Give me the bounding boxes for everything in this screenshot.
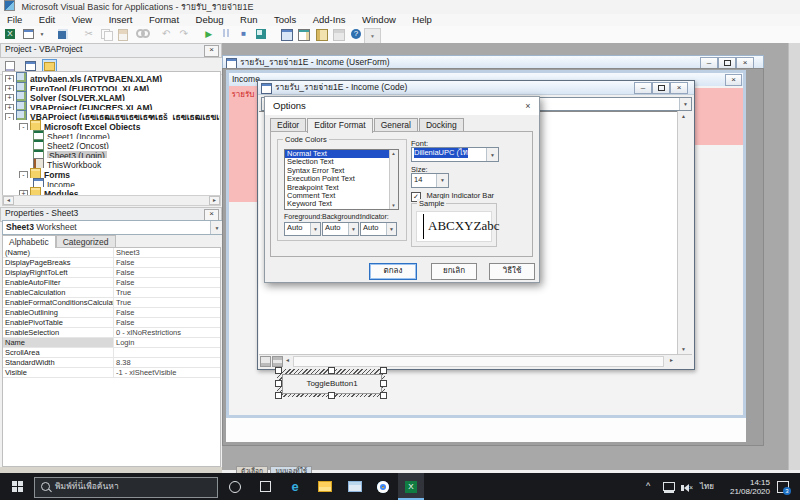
menu-addins[interactable]: Add-Ins: [306, 14, 353, 26]
combo-arrow-icon[interactable]: ▼: [436, 174, 448, 187]
tree-item-excel-objects[interactable]: -Microsoft Excel Objects: [3, 120, 220, 130]
copy-icon[interactable]: [99, 27, 114, 41]
object-browser-icon[interactable]: [314, 27, 329, 41]
code-hscrollbar[interactable]: [293, 356, 664, 367]
design-mode-icon[interactable]: [254, 27, 269, 41]
view-object-icon[interactable]: [21, 27, 36, 41]
resize-handle[interactable]: [380, 380, 387, 387]
menu-format[interactable]: Format: [142, 14, 186, 26]
undo-icon[interactable]: ↶: [159, 27, 174, 41]
menu-insert[interactable]: Insert: [102, 14, 140, 26]
property-row[interactable]: DisplayRightToLeftFalse: [3, 268, 220, 278]
togglebutton-selection-frame[interactable]: ToggleButton1: [277, 369, 385, 397]
background-combo[interactable]: Auto▼: [322, 222, 359, 236]
property-row[interactable]: EnableCalculationTrue: [3, 288, 220, 298]
help-icon[interactable]: ?: [349, 27, 364, 41]
resize-handle[interactable]: [380, 392, 387, 399]
properties-window-icon[interactable]: [296, 27, 311, 41]
menu-debug[interactable]: Debug: [189, 14, 231, 26]
menu-window[interactable]: Window: [355, 14, 403, 26]
expander-icon[interactable]: -: [19, 171, 28, 178]
list-scrollbar[interactable]: ▲ ▼: [389, 150, 398, 209]
menu-tools[interactable]: Tools: [267, 14, 303, 26]
property-row[interactable]: EnableAutoFilterFalse: [3, 278, 220, 288]
tree-item-sheet1[interactable]: Sheet1 (Income): [3, 130, 220, 140]
indicator-combo[interactable]: Auto▼: [360, 222, 397, 236]
combo-arrow-icon[interactable]: ▼: [348, 223, 358, 235]
redo-icon[interactable]: ↷: [176, 27, 191, 41]
cancel-button[interactable]: ยกเลิก: [431, 263, 477, 280]
tree-item-atpvbaen[interactable]: +atpvbaen.xls (ATPVBAEN.XLAM): [3, 72, 220, 82]
break-icon[interactable]: [219, 27, 234, 41]
scroll-left-icon[interactable]: ◄: [285, 357, 290, 363]
tree-item-sheet3[interactable]: Sheet3 (Login): [3, 149, 220, 159]
menu-help[interactable]: Help: [405, 14, 439, 26]
property-row-name-selected[interactable]: NameLogin: [3, 338, 220, 348]
property-row[interactable]: DisplayPageBreaksFalse: [3, 258, 220, 268]
property-row[interactable]: EnableSelection0 - xlNoRestrictions: [3, 328, 220, 338]
expander-icon[interactable]: -: [19, 123, 28, 130]
project-panel-close-icon[interactable]: ×: [204, 45, 219, 57]
tab-general[interactable]: General: [374, 118, 418, 132]
scroll-left-icon[interactable]: ◄: [3, 196, 14, 205]
tree-item-thisworkbook[interactable]: ThisWorkbook: [3, 158, 220, 168]
chrome-button[interactable]: [370, 473, 396, 500]
code-close-button[interactable]: ×: [670, 82, 688, 94]
clock-time[interactable]: 14:15: [722, 478, 770, 487]
language-indicator[interactable]: ไทย: [700, 482, 714, 491]
tab-alphabetic[interactable]: Alphabetic: [2, 235, 56, 248]
ok-button[interactable]: ตกลง: [369, 263, 417, 280]
property-row[interactable]: EnableOutliningFalse: [3, 308, 220, 318]
tab-editor-format[interactable]: Editor Format: [307, 118, 373, 133]
resize-handle[interactable]: [275, 367, 282, 374]
property-row[interactable]: ScrollArea: [3, 348, 220, 358]
scroll-down-icon[interactable]: ▼: [681, 346, 686, 352]
resize-handle[interactable]: [380, 367, 387, 374]
combo-arrow-icon[interactable]: ▼: [486, 148, 498, 161]
action-center-icon[interactable]: 3: [777, 481, 789, 493]
tray-chevron-icon[interactable]: ^: [646, 482, 650, 491]
code-colors-list[interactable]: Normal Text Selection Text Syntax Error …: [284, 149, 399, 210]
full-module-view-icon[interactable]: [272, 356, 283, 367]
taskbar-search-box[interactable]: พิมพ์ที่นี่เพื่อค้นหา: [34, 477, 218, 498]
property-row[interactable]: StandardWidth8.38: [3, 358, 220, 368]
expander-icon[interactable]: +: [5, 94, 14, 101]
help-button[interactable]: วิธีใช้: [489, 263, 535, 280]
property-row[interactable]: (Name)Sheet3: [3, 248, 220, 258]
tree-item-eurotool[interactable]: +EuroTool (EUROTOOL.XLAM): [3, 82, 220, 92]
menu-run[interactable]: Run: [233, 14, 264, 26]
clock-date[interactable]: 21/08/2020: [722, 487, 770, 496]
tree-item-vbaproject[interactable]: -VBAProject (เธฃเธฒเธขเธฃเธฑเธš_เธฃเธฒเธ…: [3, 110, 220, 120]
find-icon[interactable]: [134, 27, 149, 41]
reset-icon[interactable]: ■: [236, 27, 251, 41]
tree-item-forms[interactable]: -Forms: [3, 168, 220, 178]
scroll-right-icon[interactable]: ►: [209, 196, 220, 205]
combo-arrow-icon[interactable]: ▼: [679, 98, 691, 110]
project-explorer-icon[interactable]: [279, 27, 294, 41]
list-item-keyword-text[interactable]: Keyword Text: [285, 200, 398, 208]
tree-item-sheet2[interactable]: Sheet2 (Oncost): [3, 139, 220, 149]
scroll-down-icon[interactable]: ▼: [390, 202, 397, 209]
object-selector-combo[interactable]: Sheet3 Worksheet ▼: [2, 220, 224, 235]
code-minimize-button[interactable]: –: [634, 82, 652, 94]
menu-edit[interactable]: Edit: [32, 14, 62, 26]
menu-file[interactable]: File: [0, 14, 29, 26]
options-close-icon[interactable]: ×: [521, 100, 535, 112]
expander-icon[interactable]: +: [5, 104, 14, 111]
resize-handle[interactable]: [328, 367, 335, 374]
scroll-up-icon[interactable]: ▲: [681, 113, 686, 119]
volume-muted-icon[interactable]: ×: [681, 482, 693, 492]
paste-icon[interactable]: [116, 27, 131, 41]
combo-arrow-icon[interactable]: ▼: [310, 223, 320, 235]
property-row[interactable]: EnableFormatConditionsCalculationTrue: [3, 298, 220, 308]
tree-item-income-form[interactable]: Income: [3, 178, 220, 188]
mail-button[interactable]: [342, 473, 368, 500]
expander-icon[interactable]: -: [5, 113, 14, 120]
save-icon[interactable]: [56, 27, 71, 41]
options-dialog-titlebar[interactable]: Options ×: [265, 97, 539, 115]
insert-dropdown-icon[interactable]: ▼: [38, 27, 46, 41]
task-view-button[interactable]: [252, 473, 278, 500]
network-icon[interactable]: [663, 482, 675, 491]
expander-icon[interactable]: +: [5, 75, 14, 82]
togglebutton-control[interactable]: ToggleButton1: [282, 374, 382, 394]
